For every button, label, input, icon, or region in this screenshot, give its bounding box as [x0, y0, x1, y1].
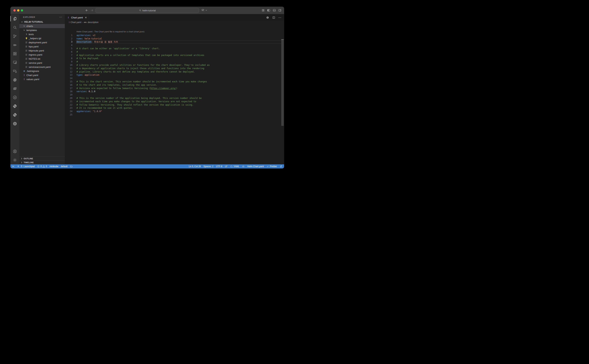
- code-line-11[interactable]: 11# a dependency of application charts t…: [65, 67, 284, 70]
- code-line-5[interactable]: 5# A chart can be either an 'application…: [65, 47, 284, 50]
- openai-icon[interactable]: [266, 16, 269, 19]
- tree-item-serviceaccount-yaml[interactable]: serviceaccount.yaml: [19, 65, 65, 69]
- code-line-14[interactable]: 14: [65, 77, 284, 80]
- activity-item-run-debug[interactable]: [10, 40, 19, 49]
- status-kube-namespace[interactable]: default: [61, 165, 67, 168]
- status-eol[interactable]: LF: [225, 165, 228, 168]
- status-encoding[interactable]: UTF-8: [216, 165, 222, 168]
- code-line-17[interactable]: 17# Versions are expected to follow Sema…: [65, 87, 284, 90]
- tree-item-hpa-yaml[interactable]: hpa.yaml: [19, 45, 65, 49]
- activity-item-accounts[interactable]: [10, 147, 19, 156]
- code-line-19[interactable]: 19: [65, 93, 284, 97]
- panel-timeline[interactable]: TIMELINE: [19, 160, 65, 164]
- customize-layout-icon[interactable]: [261, 9, 265, 12]
- code-line-9[interactable]: 9#: [65, 60, 284, 63]
- toggle-panel-icon[interactable]: [273, 9, 276, 12]
- activity-item-chat[interactable]: [10, 67, 19, 76]
- tree-item-ingress-yaml[interactable]: ingress.yaml: [19, 53, 65, 57]
- code-line-18[interactable]: 18version: 0.1.0: [65, 90, 284, 93]
- code-line-16[interactable]: 16# to the chart and its templates, incl…: [65, 83, 284, 87]
- toggle-secondary-sidebar-icon[interactable]: [278, 9, 281, 12]
- code-line-24[interactable]: 24appVersion: "1.0.0": [65, 110, 284, 113]
- status-helm-file[interactable]: Helm Chart.yaml: [247, 165, 264, 168]
- close-window-button[interactable]: [13, 9, 16, 12]
- code-line-23[interactable]: 23# It is recommended to use it with quo…: [65, 106, 284, 110]
- code-line-2[interactable]: 2name: helm-tutorial: [65, 37, 284, 40]
- line-number: 5: [65, 47, 72, 50]
- status-problems[interactable]: 00: [37, 165, 47, 168]
- command-center-search[interactable]: helm-tutorial: [95, 8, 199, 13]
- panel-outline[interactable]: OUTLINE: [19, 156, 65, 160]
- tree-item-values-yaml[interactable]: !values.yaml: [19, 77, 65, 81]
- status-indentation[interactable]: Spaces: 2: [203, 165, 213, 168]
- activity-item-kubernetes[interactable]: [10, 119, 19, 128]
- activity-item-python[interactable]: [10, 102, 19, 110]
- breadcrumb[interactable]: ! Chart.yaml › abc description: [65, 21, 284, 24]
- tree-item-httproute-yaml[interactable]: httproute.yaml: [19, 49, 65, 53]
- tree-item-notes-txt[interactable]: NOTES.txt: [19, 57, 65, 61]
- status-kube-context[interactable]: minikube: [49, 165, 59, 168]
- code-line-15[interactable]: 15# This is the chart version. This vers…: [65, 80, 284, 83]
- status-notifications[interactable]: [280, 165, 282, 168]
- code-line-1[interactable]: 1apiVersion: v2: [65, 34, 284, 37]
- split-editor-icon[interactable]: [272, 16, 275, 19]
- tree-item-deployment-yaml[interactable]: deployment.yaml: [19, 40, 65, 45]
- activity-item-settings[interactable]: [10, 156, 19, 164]
- activity-item-search[interactable]: [10, 23, 19, 32]
- breadcrumb-symbol[interactable]: description: [88, 21, 99, 24]
- activity-item-graph-extension[interactable]: [10, 93, 19, 102]
- code-line-10[interactable]: 10# Library charts provide useful utilit…: [65, 63, 284, 67]
- activity-item-swirl-extension[interactable]: [10, 76, 19, 84]
- forward-icon[interactable]: [90, 9, 94, 12]
- tree-item--helmignore[interactable]: .helmignore: [19, 69, 65, 73]
- code-line-20[interactable]: 20# This is the version number of the ap…: [65, 97, 284, 100]
- close-tab-icon[interactable]: ✕: [85, 16, 87, 19]
- code-line-22[interactable]: 22# follow Semantic Versioning. They sho…: [65, 103, 284, 106]
- tree-item-chart-yaml[interactable]: !Chart.yaml: [19, 73, 65, 77]
- tree-item-templates[interactable]: templates: [19, 28, 65, 32]
- code-line-6[interactable]: 6#: [65, 50, 284, 53]
- activity-item-extensions[interactable]: [10, 49, 19, 58]
- status-language-mode[interactable]: YAML: [230, 165, 239, 168]
- tab-chart-yaml[interactable]: ! Chart.yaml ✕: [65, 14, 89, 21]
- zoom-window-button[interactable]: [21, 9, 23, 12]
- breadcrumb-separator: ›: [82, 21, 83, 23]
- code-line-12[interactable]: 12# pipeline. Library charts do not defi…: [65, 70, 284, 73]
- copilot-menu[interactable]: [201, 9, 207, 12]
- tree-item-service-yaml[interactable]: service.yaml: [19, 61, 65, 65]
- code-line-21[interactable]: 21# incremented each time you make chang…: [65, 100, 284, 103]
- code-line-13[interactable]: 13type: application: [65, 73, 284, 77]
- activity-item-explorer[interactable]: [10, 14, 19, 23]
- activity-item-source-control[interactable]: [10, 32, 19, 40]
- scrollbar-thumb[interactable]: [281, 40, 284, 126]
- tree-root-folder[interactable]: HELM-TUTORIAL: [19, 20, 65, 24]
- status-launchpad[interactable]: Launchpad: [17, 165, 35, 168]
- code-line-7[interactable]: 7# Application charts are a collection o…: [65, 53, 284, 57]
- status-remote-indicator[interactable]: [12, 165, 14, 168]
- line-number: 17: [65, 87, 72, 90]
- status-formatter[interactable]: Prettier: [266, 165, 277, 168]
- back-icon[interactable]: [85, 9, 88, 12]
- status-folder[interactable]: [70, 165, 73, 168]
- tree-item--helpers-tpl[interactable]: _helpers.tpl: [19, 36, 65, 40]
- activity-item-remote-explorer[interactable]: [10, 58, 19, 67]
- explorer-more-actions[interactable]: ⋯: [59, 15, 62, 19]
- tree-item-tests[interactable]: tests: [19, 32, 65, 36]
- status-copilot[interactable]: [242, 165, 245, 168]
- minimize-window-button[interactable]: [17, 9, 19, 12]
- breadcrumb-file[interactable]: Chart.yaml: [71, 21, 81, 24]
- code-area[interactable]: 1apiVersion: v22name: helm-tutorial3desc…: [65, 34, 284, 116]
- line-text: # This is the chart version. This versio…: [76, 80, 207, 83]
- toggle-primary-sidebar-icon[interactable]: [267, 9, 270, 12]
- status-cursor-position[interactable]: Ln 3, Col 26: [189, 165, 201, 168]
- tree-item-charts[interactable]: charts: [19, 24, 65, 28]
- editor-scrollbar[interactable]: [281, 20, 284, 164]
- code-line-25[interactable]: 25: [65, 113, 284, 116]
- list-icon: [25, 62, 28, 64]
- code-line-3[interactable]: 3description: 튜토리얼 용 헬름 차트: [65, 40, 284, 44]
- activity-item-python-environments[interactable]: [10, 110, 19, 119]
- code-line-4[interactable]: 4: [65, 44, 284, 47]
- more-actions-icon[interactable]: ⋯: [278, 16, 281, 19]
- activity-item-container-extension[interactable]: [10, 84, 19, 93]
- code-line-8[interactable]: 8# to be deployed.: [65, 57, 284, 60]
